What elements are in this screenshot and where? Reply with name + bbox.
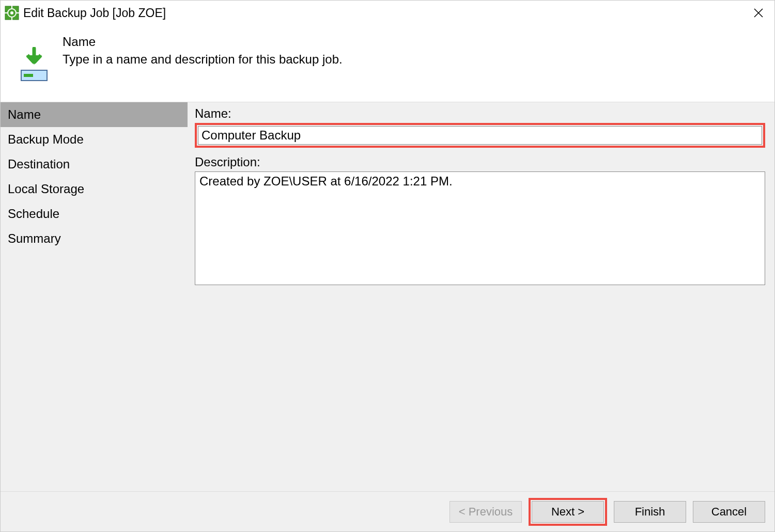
drive-icon [21, 70, 48, 81]
name-input[interactable] [198, 126, 762, 145]
description-textarea[interactable] [195, 171, 765, 285]
sidebar-item-backup-mode[interactable]: Backup Mode [1, 127, 188, 152]
wizard-body: Name Backup Mode Destination Local Stora… [1, 102, 774, 491]
name-label: Name: [195, 106, 765, 121]
sidebar-item-summary[interactable]: Summary [1, 226, 188, 251]
cancel-button[interactable]: Cancel [693, 501, 765, 523]
wizard-sidebar: Name Backup Mode Destination Local Stora… [1, 102, 188, 491]
sidebar-item-name[interactable]: Name [1, 102, 188, 127]
sidebar-item-destination[interactable]: Destination [1, 152, 188, 177]
wizard-footer: < Previous Next > Finish Cancel [1, 491, 774, 531]
previous-button: < Previous [450, 501, 522, 523]
next-highlight-box: Next > [529, 498, 607, 526]
svg-rect-4 [11, 18, 12, 20]
finish-button[interactable]: Finish [614, 501, 686, 523]
svg-rect-6 [17, 12, 19, 13]
dialog-window: Edit Backup Job [Job ZOE] Name Type in a… [0, 0, 775, 532]
svg-rect-10 [33, 47, 36, 57]
titlebar: Edit Backup Job [Job ZOE] [1, 1, 774, 25]
wizard-step-icon [16, 35, 52, 83]
close-icon [754, 8, 763, 18]
sidebar-item-local-storage[interactable]: Local Storage [1, 177, 188, 201]
download-arrow-icon [22, 47, 46, 68]
wizard-content: Name: Description: [188, 102, 774, 491]
next-button[interactable]: Next > [532, 501, 604, 523]
wizard-header: Name Type in a name and description for … [1, 25, 774, 102]
svg-rect-12 [24, 74, 33, 77]
svg-rect-3 [11, 6, 12, 8]
svg-rect-5 [5, 12, 7, 13]
wizard-header-text: Name Type in a name and description for … [52, 35, 764, 83]
close-button[interactable] [747, 2, 770, 24]
wizard-step-description: Type in a name and description for this … [63, 52, 764, 67]
app-icon [5, 6, 19, 20]
window-title: Edit Backup Job [Job ZOE] [23, 6, 747, 20]
svg-point-2 [10, 11, 13, 14]
name-highlight-box [195, 123, 765, 148]
wizard-step-title: Name [63, 35, 764, 49]
sidebar-item-schedule[interactable]: Schedule [1, 201, 188, 226]
description-label: Description: [195, 155, 765, 169]
